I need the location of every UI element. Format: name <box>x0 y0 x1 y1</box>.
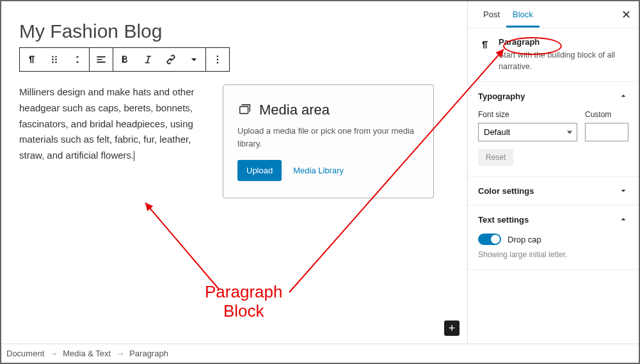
drop-cap-help: Showing large initial letter. <box>478 250 628 259</box>
custom-size-label: Custom <box>585 110 628 119</box>
italic-icon[interactable] <box>136 48 159 71</box>
editor-canvas: My Fashion Blog Milliners design and mak… <box>1 1 467 344</box>
svg-point-2 <box>52 59 54 61</box>
media-placeholder-icon <box>237 102 253 118</box>
svg-point-8 <box>217 62 219 64</box>
custom-size-input[interactable] <box>585 123 628 141</box>
svg-point-0 <box>52 56 54 58</box>
move-arrows-icon[interactable] <box>66 48 89 71</box>
chevron-up-icon <box>618 91 628 101</box>
breadcrumb-paragraph[interactable]: Paragraph <box>129 349 168 358</box>
paragraph-block[interactable]: Milliners design and make hats and other… <box>19 84 211 164</box>
page-title[interactable]: My Fashion Blog <box>19 20 449 42</box>
breadcrumb-media-text[interactable]: Media & Text <box>63 349 111 358</box>
svg-point-6 <box>217 56 219 58</box>
block-name: Paragraph <box>499 37 628 47</box>
drag-handle-icon[interactable] <box>43 48 66 71</box>
media-title: Media area <box>259 102 330 118</box>
add-block-button[interactable]: + <box>444 320 460 336</box>
svg-point-1 <box>55 56 57 58</box>
drop-cap-label: Drop cap <box>508 235 541 244</box>
block-description: Start with the building block of all nar… <box>499 49 628 72</box>
tab-post[interactable]: Post <box>477 2 506 28</box>
media-placeholder: Media area Upload a media file or pick o… <box>223 84 434 198</box>
chevron-down-icon <box>618 186 628 196</box>
svg-rect-9 <box>240 107 248 114</box>
align-icon[interactable] <box>90 48 113 71</box>
more-options-icon[interactable] <box>206 48 229 71</box>
bold-icon[interactable] <box>113 48 136 71</box>
font-size-select[interactable]: Default <box>478 123 577 141</box>
svg-point-3 <box>55 59 57 61</box>
typography-panel-toggle[interactable]: Typography <box>468 82 639 110</box>
media-library-link[interactable]: Media Library <box>293 166 344 175</box>
breadcrumb-document[interactable]: Document <box>6 349 44 358</box>
reset-button[interactable]: Reset <box>478 149 513 166</box>
settings-sidebar: Post Block ✕ Paragraph Start with the bu… <box>467 1 639 344</box>
upload-button[interactable]: Upload <box>237 160 282 181</box>
link-icon[interactable] <box>159 48 182 71</box>
font-size-label: Font size <box>478 110 577 119</box>
svg-point-7 <box>217 59 219 61</box>
block-toolbar <box>19 47 230 72</box>
text-settings-panel-toggle[interactable]: Text settings <box>468 205 639 233</box>
color-settings-panel-toggle[interactable]: Color settings <box>468 177 639 205</box>
svg-point-5 <box>55 61 57 63</box>
media-description: Upload a media file or pick one from you… <box>237 125 419 150</box>
close-icon[interactable]: ✕ <box>621 8 631 22</box>
chevron-up-icon <box>618 214 628 225</box>
paragraph-type-icon[interactable] <box>20 48 43 71</box>
drop-cap-toggle[interactable] <box>478 233 501 245</box>
svg-point-4 <box>52 61 54 63</box>
tab-block[interactable]: Block <box>506 2 540 28</box>
paragraph-icon <box>478 37 491 72</box>
breadcrumb: Document → Media & Text → Paragraph <box>1 344 639 363</box>
chevron-down-icon[interactable] <box>182 48 205 71</box>
